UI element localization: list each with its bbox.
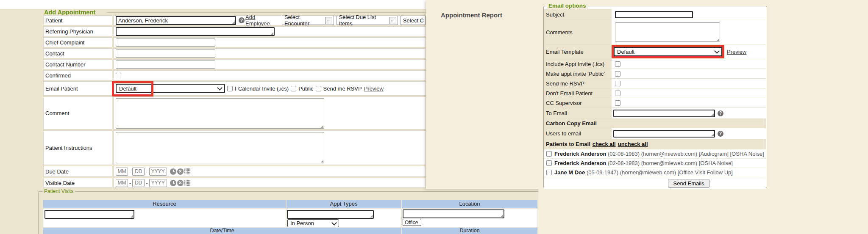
due-date-label: Due Date bbox=[43, 166, 112, 177]
patient-instructions-textarea[interactable] bbox=[116, 132, 324, 163]
cc-supervisor-label: CC Supervisor bbox=[544, 98, 612, 107]
patient-email-row: Frederick Anderson (02-08-1983) (horner@… bbox=[544, 149, 766, 159]
time-picker-icon[interactable] bbox=[170, 168, 176, 175]
help-icon[interactable]: ? bbox=[718, 131, 723, 137]
form-row-patient-instructions: Patient Instructions bbox=[43, 130, 426, 165]
send-emails-button[interactable]: Send Emails bbox=[668, 179, 710, 188]
comments-textarea[interactable] bbox=[615, 22, 720, 42]
make-invite-public-row: Make appt invite 'Public' bbox=[544, 69, 766, 79]
email-template-preview-link[interactable]: Preview bbox=[727, 49, 746, 55]
subject-field bbox=[612, 9, 766, 20]
comment-field bbox=[113, 96, 426, 129]
appointment-screen: Add Appointment Patient Anderson, Freder… bbox=[0, 0, 868, 234]
users-to-email-input[interactable] bbox=[613, 130, 715, 138]
due-date-dd-input[interactable]: DD bbox=[132, 168, 145, 176]
confirmed-field bbox=[113, 70, 426, 80]
preview-link[interactable]: Preview bbox=[364, 85, 384, 92]
select-clipped-button[interactable]: Select C bbox=[401, 16, 426, 25]
email-template-row: Email Template Default Preview bbox=[544, 44, 766, 59]
select-encounter-button[interactable]: Select Encounter ... bbox=[282, 16, 334, 25]
contact-input[interactable] bbox=[116, 50, 215, 58]
duration-column-header: Duration bbox=[402, 228, 537, 234]
ellipsis-button[interactable]: ... bbox=[389, 17, 396, 24]
send-me-rsvp-checkbox[interactable] bbox=[316, 86, 321, 91]
ical-invite-checkbox[interactable] bbox=[227, 86, 233, 91]
visible-date-yyyy-input[interactable]: YYYY bbox=[149, 179, 167, 187]
add-employee-link[interactable]: Add Employee bbox=[245, 14, 279, 27]
patient-email-checkbox[interactable] bbox=[546, 160, 552, 166]
subject-input[interactable] bbox=[615, 11, 693, 18]
users-to-email-label: Users to email bbox=[544, 128, 612, 139]
patient-visits-input-row: In Person Office bbox=[43, 209, 537, 227]
send-me-rsvp-checkbox[interactable] bbox=[615, 81, 620, 86]
visible-date-mm-input[interactable]: MM bbox=[116, 179, 128, 187]
patient-email-checkbox[interactable] bbox=[546, 170, 552, 175]
patient-email-checkbox[interactable] bbox=[546, 151, 552, 157]
location-cell: Office bbox=[402, 209, 537, 227]
confirmed-label: Confirmed bbox=[43, 70, 112, 80]
select-due-list-items-button[interactable]: Select Due List Items ... bbox=[337, 16, 398, 25]
chief-complaint-input[interactable] bbox=[116, 39, 215, 47]
email-patient-template-select[interactable]: Default bbox=[116, 84, 225, 93]
ellipsis-button[interactable]: ... bbox=[325, 17, 332, 24]
check-all-link[interactable]: check all bbox=[593, 141, 616, 147]
patient-name: Frederick Anderson bbox=[554, 160, 606, 166]
visible-date-field: MM - DD - YYYY × bbox=[113, 178, 426, 188]
patient-name: Jane M Doe bbox=[554, 169, 585, 176]
select-encounter-label: Select Encounter bbox=[284, 14, 323, 27]
clear-date-icon[interactable]: × bbox=[177, 180, 184, 186]
public-label: Public bbox=[298, 85, 313, 92]
due-date-mm-input[interactable]: MM bbox=[116, 168, 128, 176]
patient-visits-header-row: Resource Appt Types Location bbox=[43, 200, 537, 208]
make-invite-public-checkbox[interactable] bbox=[615, 71, 620, 77]
time-picker-icon[interactable] bbox=[170, 180, 176, 186]
location-input[interactable] bbox=[403, 209, 504, 218]
patient-name: Frederick Anderson bbox=[554, 151, 606, 157]
dont-email-patient-checkbox[interactable] bbox=[615, 91, 620, 96]
clear-date-icon[interactable]: × bbox=[177, 168, 184, 175]
patient-input[interactable]: Anderson, Frederick bbox=[116, 16, 236, 25]
resource-input[interactable] bbox=[45, 210, 134, 219]
confirmed-checkbox[interactable] bbox=[116, 73, 121, 78]
email-patient-field: Default I-Calendar Invite (.ics) Public … bbox=[113, 81, 426, 96]
visible-date-dd-input[interactable]: DD bbox=[132, 179, 145, 187]
date-separator: - bbox=[129, 168, 131, 175]
chief-complaint-field bbox=[113, 37, 426, 47]
to-email-input[interactable] bbox=[613, 110, 715, 117]
contact-number-input[interactable] bbox=[116, 61, 215, 69]
calendar-icon[interactable] bbox=[184, 180, 191, 186]
comment-label: Comment bbox=[43, 96, 112, 129]
form-row-contact: Contact bbox=[43, 48, 426, 58]
include-appt-invite-checkbox[interactable] bbox=[615, 61, 620, 67]
make-invite-public-label: Make appt invite 'Public' bbox=[544, 69, 612, 78]
highlight-box-email-template: Default bbox=[612, 45, 724, 58]
patient-email-row: Frederick Anderson (02-08-1983) (horner@… bbox=[544, 159, 766, 168]
help-icon[interactable]: ? bbox=[718, 110, 723, 116]
send-me-rsvp-field bbox=[612, 79, 766, 88]
select-clipped-label: Select C bbox=[403, 17, 424, 24]
help-icon[interactable]: ? bbox=[239, 17, 245, 23]
calendar-icon[interactable] bbox=[184, 168, 191, 174]
cc-supervisor-checkbox[interactable] bbox=[615, 100, 620, 106]
public-checkbox[interactable] bbox=[291, 86, 296, 91]
resource-column-header: Resource bbox=[43, 200, 286, 208]
date-separator: - bbox=[129, 180, 131, 186]
send-me-rsvp-row: Send me RSVP bbox=[544, 79, 766, 88]
comments-field bbox=[612, 20, 766, 44]
uncheck-all-link[interactable]: uncheck all bbox=[618, 141, 648, 147]
include-appt-invite-field bbox=[612, 59, 766, 69]
appt-mode-select[interactable]: In Person bbox=[287, 219, 339, 227]
due-date-yyyy-input[interactable]: YYYY bbox=[149, 168, 167, 176]
comment-textarea[interactable] bbox=[116, 98, 324, 129]
contact-label: Contact bbox=[43, 48, 112, 58]
cc-supervisor-row: CC Supervisor bbox=[544, 98, 766, 108]
email-options-rows: Subject Comments Email Template Default bbox=[544, 9, 766, 189]
email-template-select[interactable]: Default bbox=[614, 47, 722, 56]
send-me-rsvp-label: Send me RSVP bbox=[323, 85, 362, 92]
location-office-input[interactable]: Office bbox=[403, 219, 421, 226]
dont-email-patient-label: Don't Email Patient bbox=[544, 88, 612, 98]
patient-details: (02-08-1983) (horner@mieweb.com) [Audiog… bbox=[608, 151, 764, 157]
form-row-visible-date: Visible Date MM - DD - YYYY × bbox=[43, 178, 426, 188]
appt-types-input[interactable] bbox=[287, 210, 374, 219]
referring-physician-input[interactable] bbox=[116, 27, 275, 36]
